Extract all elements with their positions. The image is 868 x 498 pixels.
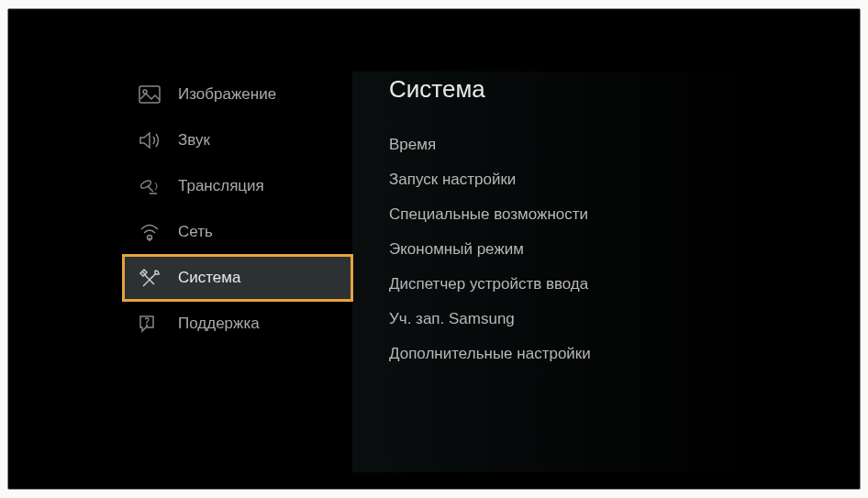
sidebar-item-system[interactable]: Система (123, 255, 352, 301)
sidebar-item-label: Трансляция (178, 177, 264, 195)
content-list: Время Запуск настройки Специальные возмо… (389, 127, 747, 371)
tools-icon (138, 268, 161, 288)
sound-icon (138, 130, 161, 150)
picture-icon (138, 84, 161, 105)
satellite-icon (138, 176, 161, 196)
sidebar-item-sound[interactable]: Звук (123, 117, 352, 163)
content-item-setup[interactable]: Запуск настройки (389, 162, 747, 197)
content-item-device-manager[interactable]: Диспетчер устройств ввода (389, 267, 747, 302)
sidebar: Изображение Звук (123, 72, 352, 472)
sidebar-item-broadcast[interactable]: Трансляция (123, 163, 352, 209)
sidebar-item-label: Сеть (178, 223, 213, 241)
tv-frame: Изображение Звук (7, 8, 861, 490)
svg-point-8 (147, 326, 148, 326)
sidebar-item-label: Звук (178, 131, 210, 149)
sidebar-item-picture[interactable]: Изображение (123, 72, 352, 117)
tv-screen: Изображение Звук (27, 26, 841, 472)
network-icon (138, 222, 161, 242)
content-item-time[interactable]: Время (389, 127, 747, 162)
sidebar-item-label: Система (178, 269, 240, 287)
svg-rect-0 (139, 86, 160, 103)
content-item-advanced[interactable]: Дополнительные настройки (389, 337, 747, 371)
svg-line-3 (148, 186, 153, 192)
content-title: Система (389, 72, 747, 104)
content-item-accessibility[interactable]: Специальные возможности (389, 197, 747, 232)
sidebar-item-label: Поддержка (178, 315, 260, 333)
sidebar-item-support[interactable]: Поддержка (123, 301, 352, 347)
content-panel: Система Время Запуск настройки Специальн… (352, 72, 747, 472)
content-item-samsung-account[interactable]: Уч. зап. Samsung (389, 302, 747, 337)
support-icon (138, 314, 161, 334)
sidebar-item-network[interactable]: Сеть (123, 209, 352, 255)
content-item-eco[interactable]: Экономный режим (389, 232, 747, 267)
sidebar-item-label: Изображение (178, 85, 276, 104)
